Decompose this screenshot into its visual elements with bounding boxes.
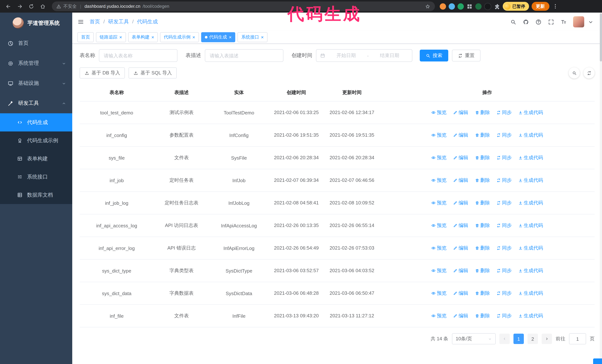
goto-page-input[interactable]	[569, 333, 586, 344]
forward-button[interactable]	[15, 2, 24, 11]
tab-home[interactable]: 首页	[77, 32, 94, 42]
preview-link[interactable]: 预览	[431, 154, 447, 161]
bookmark-star-icon[interactable]	[425, 3, 430, 9]
backtop-button[interactable]	[593, 358, 602, 364]
delete-link[interactable]: 删除	[475, 245, 490, 251]
reset-button[interactable]: 重置	[452, 50, 481, 62]
search-toggle-button[interactable]	[569, 67, 580, 79]
delete-link[interactable]: 删除	[475, 109, 490, 116]
close-icon[interactable]	[261, 35, 264, 40]
user-avatar[interactable]	[573, 16, 584, 27]
sync-link[interactable]: 同步	[496, 245, 512, 251]
generate-code-link[interactable]: 生成代码	[518, 200, 543, 206]
fullscreen-icon[interactable]	[548, 19, 554, 25]
close-icon[interactable]	[151, 35, 154, 40]
hamburger-icon[interactable]	[77, 19, 84, 25]
page-button-1[interactable]: 1	[514, 334, 524, 344]
generate-code-link[interactable]: 生成代码	[518, 267, 543, 274]
generate-code-link[interactable]: 生成代码	[518, 222, 543, 229]
edit-link[interactable]: 编辑	[453, 109, 468, 116]
generate-code-link[interactable]: 生成代码	[518, 312, 543, 319]
delete-link[interactable]: 删除	[475, 154, 490, 161]
generate-code-link[interactable]: 生成代码	[518, 109, 543, 116]
prev-page-button[interactable]	[499, 334, 510, 344]
generate-code-link[interactable]: 生成代码	[518, 154, 543, 161]
preview-link[interactable]: 预览	[431, 177, 447, 184]
next-page-button[interactable]	[542, 334, 552, 344]
delete-link[interactable]: 删除	[475, 267, 490, 274]
sync-link[interactable]: 同步	[496, 109, 512, 116]
breadcrumb-home[interactable]: 首页	[90, 19, 108, 25]
generate-code-link[interactable]: 生成代码	[518, 290, 543, 297]
extension-icon[interactable]	[475, 3, 482, 10]
extension-icon[interactable]	[449, 3, 455, 10]
chrome-menu-icon[interactable]	[552, 2, 559, 10]
home-button[interactable]	[38, 2, 47, 11]
table-name-input[interactable]	[99, 49, 177, 62]
delete-link[interactable]: 删除	[475, 132, 490, 138]
scrollbar[interactable]	[600, 13, 602, 364]
tab-codegen[interactable]: 代码生成	[201, 32, 236, 42]
edit-link[interactable]: 编辑	[453, 312, 468, 319]
reload-button[interactable]	[27, 2, 36, 11]
generate-code-link[interactable]: 生成代码	[518, 177, 543, 184]
url-bar[interactable]: 不安全 | dashboard.yudao.iocoder.cn/tool/co…	[52, 1, 435, 11]
puzzle-icon[interactable]	[494, 3, 500, 10]
close-icon[interactable]	[229, 35, 232, 40]
profile-paused-chip[interactable]: 已暂停	[503, 2, 529, 11]
back-button[interactable]	[4, 2, 13, 11]
sync-link[interactable]: 同步	[496, 177, 512, 184]
edit-link[interactable]: 编辑	[453, 200, 468, 206]
sync-link[interactable]: 同步	[496, 267, 512, 274]
sidebar-item-system-api[interactable]: 系统接口	[0, 168, 72, 186]
preview-link[interactable]: 预览	[431, 267, 447, 274]
chrome-update-button[interactable]: 更新	[531, 2, 549, 11]
preview-link[interactable]: 预览	[431, 245, 447, 251]
page-button-2[interactable]: 2	[527, 334, 538, 344]
edit-link[interactable]: 编辑	[453, 177, 468, 184]
extension-icon[interactable]	[484, 3, 491, 10]
sidebar-item-codegen-example[interactable]: 代码生成示例	[0, 131, 72, 150]
delete-link[interactable]: 删除	[475, 312, 490, 319]
tab-form-builder[interactable]: 表单构建	[128, 32, 158, 42]
refresh-button[interactable]	[583, 67, 595, 79]
sidebar-item-db-doc[interactable]: 数据库文档	[0, 186, 72, 204]
edit-link[interactable]: 编辑	[453, 290, 468, 297]
delete-link[interactable]: 删除	[475, 200, 490, 206]
scrollbar-thumb[interactable]	[600, 13, 602, 62]
table-desc-input[interactable]	[205, 49, 283, 62]
generate-code-link[interactable]: 生成代码	[518, 245, 543, 251]
search-icon[interactable]	[510, 19, 516, 25]
sync-link[interactable]: 同步	[496, 200, 512, 206]
sidebar-item-form-builder[interactable]: 表单构建	[0, 150, 72, 168]
github-icon[interactable]	[523, 19, 529, 25]
preview-link[interactable]: 预览	[431, 132, 447, 138]
delete-link[interactable]: 删除	[475, 177, 490, 184]
generate-code-link[interactable]: 生成代码	[518, 132, 543, 138]
tab-trace[interactable]: 链路追踪	[96, 32, 126, 42]
preview-link[interactable]: 预览	[431, 222, 447, 229]
import-sql-button[interactable]: 基于 SQL 导入	[129, 67, 177, 79]
extension-icon[interactable]	[458, 3, 464, 10]
font-size-icon[interactable]	[560, 19, 567, 25]
edit-link[interactable]: 编辑	[453, 132, 468, 138]
tab-system-api[interactable]: 系统接口	[238, 32, 268, 42]
preview-link[interactable]: 预览	[431, 312, 447, 319]
delete-link[interactable]: 删除	[475, 290, 490, 297]
close-icon[interactable]	[119, 35, 122, 40]
extensions-grid-icon[interactable]	[466, 3, 473, 10]
chevron-down-icon[interactable]	[588, 19, 594, 25]
extension-icon[interactable]	[440, 3, 446, 10]
sync-link[interactable]: 同步	[496, 290, 512, 297]
page-size-select[interactable]: 10条/页	[452, 333, 496, 344]
date-range-picker[interactable]: 开始日期 - 结束日期	[316, 49, 412, 62]
search-button[interactable]: 搜索	[420, 50, 448, 62]
sidebar-item-codegen[interactable]: 代码生成	[0, 113, 72, 131]
close-icon[interactable]	[192, 35, 195, 40]
preview-link[interactable]: 预览	[431, 200, 447, 206]
sidebar-item-home[interactable]: 首页	[0, 33, 72, 53]
edit-link[interactable]: 编辑	[453, 154, 468, 161]
sidebar-item-devtools[interactable]: 研发工具	[0, 93, 72, 113]
import-db-button[interactable]: 基于 DB 导入	[80, 67, 125, 79]
edit-link[interactable]: 编辑	[453, 245, 468, 251]
